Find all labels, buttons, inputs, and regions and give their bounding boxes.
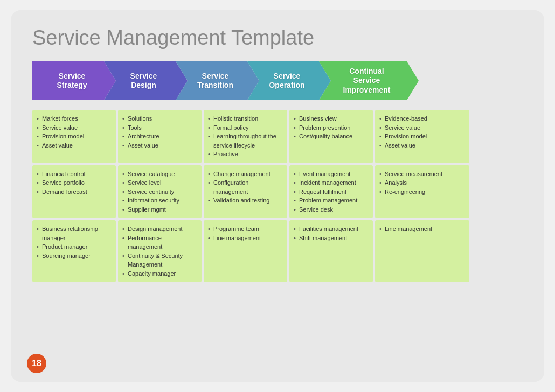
arrow-strategy: ServiceStrategy — [32, 61, 116, 100]
cell-r2-c4: Event management Incident management Req… — [289, 165, 373, 219]
arrow-transition: ServiceTransition — [176, 61, 259, 100]
arrow-row: ServiceStrategy ServiceDesign ServiceTra… — [32, 61, 523, 100]
cell-r3-c4: Facilities management Shift management — [289, 220, 373, 282]
cell-r3-c5: Line management — [375, 220, 469, 282]
slide: Service Management Template ServiceStrat… — [11, 10, 544, 382]
cell-r1-c2: Solutions Tools Architecture Asset value — [118, 110, 202, 163]
page-title: Service Management Template — [32, 26, 523, 50]
page-number-badge: 18 — [27, 354, 46, 373]
cell-r2-c3: Change management Configuration manageme… — [204, 165, 287, 219]
cell-r3-c3: Programme team Line management — [204, 220, 287, 282]
arrow-design: ServiceDesign — [104, 61, 188, 100]
cell-r3-c2: Design management Performance management… — [118, 220, 202, 282]
cell-r2-c1: Financial control Service portfolio Dema… — [32, 165, 116, 219]
cell-r1-c1: Market forces Service value Provision mo… — [32, 110, 116, 163]
cell-r1-c4: Business view Problem prevention Cost/qu… — [289, 110, 373, 163]
arrow-improvement: ContinualServiceImprovement — [319, 61, 419, 100]
arrow-operation: ServiceOperation — [247, 61, 331, 100]
cell-r3-c1: Business relationship manager Product ma… — [32, 220, 116, 282]
cell-r1-c5: Evidence-based Service value Provision m… — [375, 110, 469, 163]
cell-r2-c5: Service measurement Analysis Re-engineer… — [375, 165, 469, 219]
cell-r2-c2: Service catalogue Service level Service … — [118, 165, 202, 219]
content-grid: Market forces Service value Provision mo… — [32, 110, 523, 282]
cell-r1-c3: Holistic transition Formal policy Learni… — [204, 110, 287, 163]
